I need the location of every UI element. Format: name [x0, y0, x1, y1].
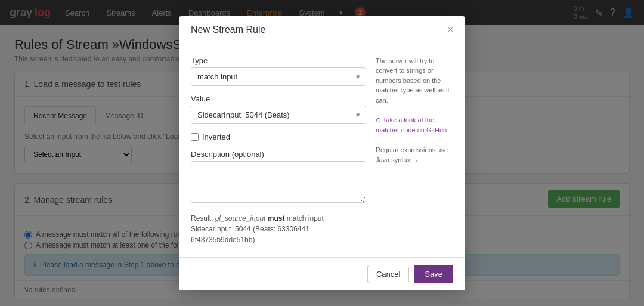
github-icon: ⊙ — [376, 116, 381, 123]
value-select[interactable]: SidecarInput_5044 (Beats) — [191, 106, 366, 124]
result-detail: SidecarInput_5044 (Beats: 63306441 6f437… — [191, 225, 309, 244]
modal-overlay: New Stream Rule × Type match input Value — [0, 0, 644, 306]
modal-footer: Cancel Save — [179, 257, 465, 290]
result-prefix: Result: — [191, 214, 215, 222]
regex-hint: Regular expressions use Java syntax. ♀ — [376, 145, 453, 165]
modal: New Stream Rule × Type match input Value — [179, 16, 465, 290]
hint-text: The server will try to convert to string… — [376, 56, 453, 106]
save-button[interactable]: Save — [414, 265, 453, 283]
cancel-button[interactable]: Cancel — [367, 265, 409, 283]
result-action: match input — [287, 214, 324, 222]
type-group: Type match input — [191, 56, 366, 86]
modal-body: Type match input Value SidecarInput_5044… — [179, 44, 465, 257]
modal-header: New Stream Rule × — [179, 16, 465, 44]
inverted-label: Inverted — [202, 132, 230, 141]
description-textarea[interactable] — [191, 161, 366, 203]
type-select-wrapper: match input — [191, 67, 366, 86]
value-group: Value SidecarInput_5044 (Beats) — [191, 94, 366, 124]
inverted-group: Inverted — [191, 132, 366, 141]
github-link[interactable]: Take a look at the matcher code on GitHu… — [376, 116, 447, 134]
type-select[interactable]: match input — [191, 67, 366, 86]
result-text: Result: gl_source_input must match input… — [191, 213, 366, 245]
modal-close-button[interactable]: × — [448, 24, 453, 35]
description-label: Description (optional) — [191, 150, 366, 159]
value-select-wrapper: SidecarInput_5044 (Beats) — [191, 106, 366, 124]
modal-form: Type match input Value SidecarInput_5044… — [191, 56, 366, 245]
hint-divider-2 — [376, 140, 453, 140]
type-label: Type — [191, 56, 366, 65]
inverted-checkbox[interactable] — [191, 133, 199, 141]
result-must: must — [268, 214, 285, 222]
hint-divider — [376, 110, 453, 110]
modal-title: New Stream Rule — [191, 24, 265, 35]
venus-icon: ♀ — [414, 156, 419, 163]
result-field: gl_source_input — [215, 214, 266, 222]
description-group: Description (optional) — [191, 150, 366, 205]
modal-hint: The server will try to convert to string… — [376, 56, 453, 245]
value-label: Value — [191, 94, 366, 103]
